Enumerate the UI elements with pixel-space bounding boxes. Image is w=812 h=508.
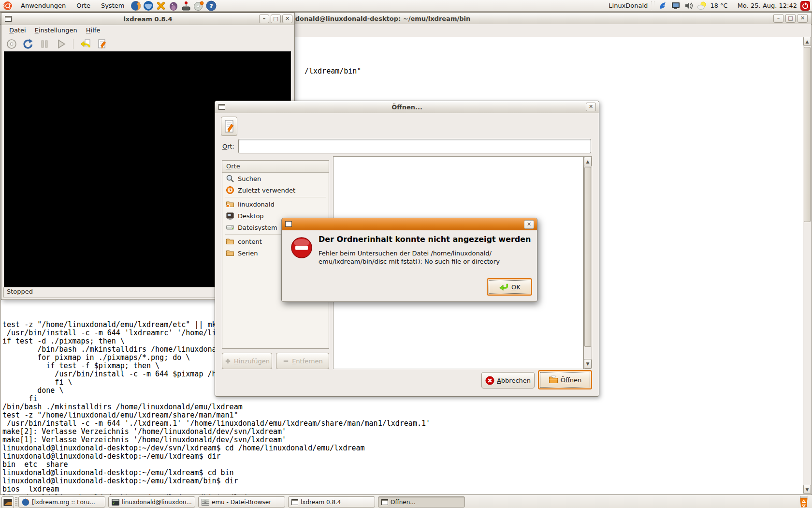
place-item-zuletzt-verwendet[interactable]: Zuletzt verwendet [222, 184, 329, 196]
desktop-icon [226, 211, 234, 220]
maximize-button[interactable]: □ [271, 15, 281, 23]
open-button[interactable]: Öffnen [538, 370, 592, 389]
places-separator [225, 197, 326, 197]
scrollbar-thumb[interactable] [804, 47, 811, 222]
firefox-launcher[interactable] [130, 0, 141, 11]
task-button-oeffnen[interactable]: Öffnen... [378, 496, 465, 508]
temperature[interactable]: 18 °C [710, 2, 727, 9]
window-icon [218, 104, 225, 110]
task-button-firefox[interactable]: [lxdream.org :: Foru... [18, 496, 105, 508]
remove-place-button[interactable]: Entfernen [276, 353, 329, 369]
weather-icon[interactable] [697, 1, 707, 11]
svg-text:?: ? [210, 2, 214, 10]
ok-button[interactable]: OK [487, 278, 532, 296]
clock[interactable]: Mo, 25. Aug, 12:42 [738, 2, 797, 9]
folder-icon [226, 249, 234, 257]
cancel-icon [485, 376, 494, 385]
type-filename-button[interactable] [221, 117, 237, 136]
play-icon[interactable] [55, 38, 67, 50]
cd-burner-icon [193, 0, 204, 11]
close-icon[interactable]: ✕ [586, 103, 596, 111]
scroll-down-icon[interactable]: ▼ [584, 359, 592, 369]
messenger-icon[interactable] [658, 1, 667, 11]
file-list-scrollbar[interactable]: ▲ ▼ [583, 156, 592, 369]
error-icon [290, 237, 313, 259]
maximize-button[interactable]: □ [785, 14, 796, 23]
tray-separator [651, 1, 654, 10]
cross-icon [156, 0, 166, 11]
recent-icon [226, 186, 234, 194]
cancel-button[interactable]: Abbrechen [481, 372, 535, 388]
scroll-up-icon[interactable]: ▲ [584, 157, 592, 166]
pidgin-launcher[interactable] [168, 0, 179, 11]
task-label: [lxdream.org :: Foru... [32, 499, 95, 506]
place-item-suchen[interactable]: Suchen [222, 173, 329, 184]
task-label: linuxdonald@linuxdon... [122, 499, 192, 506]
lxdream-menubar: Datei Einstellungen Hilfe [2, 25, 294, 37]
menu-system[interactable]: System [96, 0, 130, 12]
task-label: emu - Datei-Browser [212, 499, 271, 506]
terminal-icon [112, 499, 119, 506]
minus-icon [282, 358, 290, 365]
menu-orte[interactable]: Orte [71, 0, 96, 12]
scroll-down-icon[interactable]: ▼ [803, 485, 811, 494]
place-label: linuxdonald [238, 201, 275, 208]
power-icon[interactable] [800, 1, 810, 11]
taskbar-handle[interactable] [15, 497, 17, 507]
minimize-button[interactable]: – [773, 14, 783, 23]
refresh-icon[interactable] [22, 38, 34, 50]
open-dialog-titlebar[interactable]: Öffnen... ✕ [215, 101, 599, 113]
ubuntu-logo-icon[interactable] [3, 1, 13, 11]
place-label: Desktop [238, 212, 264, 220]
display-icon[interactable] [671, 1, 681, 11]
close-icon[interactable]: ✕ [798, 14, 808, 23]
show-desktop-button[interactable] [1, 496, 14, 508]
task-button-file-browser[interactable]: emu - Datei-Browser [198, 496, 285, 508]
menu-datei[interactable]: Datei [5, 25, 30, 37]
minimize-button[interactable]: – [259, 15, 269, 23]
volume-icon[interactable] [684, 1, 694, 11]
edit-icon[interactable] [96, 38, 108, 50]
search-icon [226, 174, 234, 183]
thunderbird-launcher[interactable] [143, 0, 154, 11]
places-header[interactable]: Orte [222, 161, 329, 173]
disc-icon[interactable] [6, 38, 17, 50]
location-input[interactable] [238, 139, 591, 153]
joystick-launcher[interactable] [181, 0, 191, 11]
window-icon [5, 16, 12, 22]
menu-hilfe[interactable]: Hilfe [82, 25, 105, 37]
error-message-line1: Fehler beim Untersuchen der Datei /home/… [319, 250, 492, 257]
username[interactable]: LinuxDonald [609, 2, 648, 9]
task-button-lxdream[interactable]: lxdream 0.8.4 [288, 496, 375, 508]
place-item-home[interactable]: linuxdonald [222, 198, 329, 210]
help-launcher[interactable]: ? [206, 0, 217, 11]
scrollbar-thumb[interactable] [584, 167, 591, 347]
lxdream-toolbar [2, 37, 294, 51]
add-place-button[interactable]: Hinzufügen [222, 353, 272, 369]
menu-anwendungen[interactable]: Anwendungen [15, 0, 71, 12]
place-label: Suchen [238, 175, 261, 182]
toolbar-separator [73, 39, 73, 49]
taskbar: [lxdream.org :: Foru... linuxdonald@linu… [0, 494, 812, 508]
terminal-title: linuxdonald@linuxdonald-desktop: ~/emu/l… [278, 15, 470, 22]
terminal-scrollbar[interactable]: ▲ ▼ [803, 37, 811, 494]
pause-icon[interactable] [39, 38, 50, 50]
error-dialog-titlebar[interactable]: ✕ [282, 218, 537, 230]
close-icon[interactable]: ✕ [282, 15, 292, 23]
terminal-top-line-fragment: /lxdream/bin" [304, 67, 361, 75]
task-label: Öffnen... [391, 499, 416, 506]
task-button-terminal[interactable]: linuxdonald@linuxdon... [108, 496, 195, 508]
cd-burner-launcher[interactable] [193, 0, 204, 11]
task-label: lxdream 0.8.4 [301, 499, 341, 506]
filesystem-icon [226, 223, 234, 232]
thunderbird-icon [143, 0, 154, 11]
lxdream-titlebar[interactable]: lxdream 0.8.4 – □ ✕ [1, 13, 294, 25]
scroll-up-icon[interactable]: ▲ [803, 37, 811, 46]
menu-einstellungen[interactable]: Einstellungen [30, 25, 82, 37]
game-launcher[interactable] [156, 0, 166, 11]
add-place-label: Hinzufügen [234, 358, 270, 365]
close-icon[interactable]: ✕ [524, 220, 534, 229]
help-icon: ? [206, 0, 217, 11]
undo-icon[interactable] [80, 38, 91, 50]
trash-icon[interactable] [798, 495, 811, 508]
